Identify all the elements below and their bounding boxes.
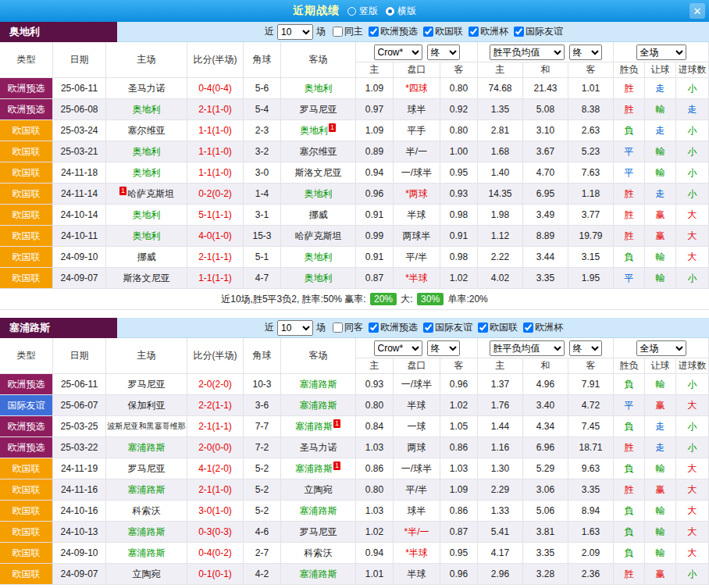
scope-select[interactable]: 全场 xyxy=(636,340,686,356)
handicap-line: 球半 xyxy=(394,501,440,522)
odds-away: 0.95 xyxy=(440,162,478,184)
filter-option[interactable]: 国际友谊 xyxy=(423,321,472,334)
match-date: 25-03-21 xyxy=(53,141,106,162)
wdl-outcome: 胜 xyxy=(614,564,645,585)
filter-checkbox[interactable] xyxy=(514,27,524,37)
odds-stage-select[interactable]: 终 xyxy=(427,340,460,356)
corner-count: 4-2 xyxy=(244,564,281,585)
corner-count: 3-1 xyxy=(244,205,281,226)
wdl-outcome: 胜 xyxy=(614,479,645,501)
filter-option[interactable]: 同客 xyxy=(333,321,363,334)
avg-away: 3.35 xyxy=(568,479,614,501)
filter-checkbox[interactable] xyxy=(523,323,533,333)
section-header: 奥地利近10场同主欧洲预选欧国联欧洲杯国际友谊 xyxy=(0,22,709,42)
filter-option[interactable]: 欧洲杯 xyxy=(523,321,563,334)
team-name-text: 斯洛文尼亚 xyxy=(123,272,170,285)
section-header: 塞浦路斯近10场同客欧洲预选国际友谊欧国联欧洲杯 xyxy=(0,318,709,338)
filter-option[interactable]: 欧国联 xyxy=(478,321,518,334)
goals-outcome: 小 xyxy=(676,416,709,437)
sub-header: 让球 xyxy=(645,62,676,78)
match-score: 4-1(2-0) xyxy=(187,458,244,479)
filter-checkbox[interactable] xyxy=(478,323,488,333)
filter-checkbox[interactable] xyxy=(423,27,433,37)
odds-stage-select[interactable]: 终 xyxy=(427,45,460,60)
avg-select[interactable]: 胜平负均值 xyxy=(490,340,565,356)
handicap-outcome: 輸 xyxy=(645,374,676,395)
team-name-text: 塞浦路斯 xyxy=(128,547,166,560)
handicap-line: 一/球半 xyxy=(394,458,440,479)
avg-away: 7.45 xyxy=(568,416,614,437)
recent-count-select[interactable]: 10 xyxy=(277,24,313,40)
filter-option[interactable]: 欧洲预选 xyxy=(369,25,418,38)
home-team: 奥地利 xyxy=(106,99,187,120)
team-name-text: 立陶宛 xyxy=(133,568,161,581)
avg-stage-select[interactable]: 终 xyxy=(569,340,602,356)
filter-checkbox[interactable] xyxy=(369,323,379,333)
avg-draw: 5.06 xyxy=(523,501,568,522)
home-team: 奥地利 xyxy=(106,226,187,247)
wdl-outcome: 負 xyxy=(614,543,645,564)
match-date: 24-09-10 xyxy=(53,247,106,268)
radio-checked-icon xyxy=(386,7,394,16)
odds-home: 1.09 xyxy=(356,120,394,141)
filter-option[interactable]: 欧洲杯 xyxy=(469,25,508,38)
home-team: 1哈萨克斯坦 xyxy=(106,184,187,205)
match-score: 2-1(1-1) xyxy=(187,416,244,437)
match-type-badge: 欧国联 xyxy=(0,141,53,162)
filter-checkbox[interactable] xyxy=(333,27,343,37)
corner-count: 15-3 xyxy=(244,226,281,247)
layout-radio-vertical[interactable]: 竖版 xyxy=(347,5,378,18)
filter-checkbox[interactable] xyxy=(333,323,343,333)
bookmaker-select[interactable]: Crow* xyxy=(374,45,422,60)
match-date: 25-06-11 xyxy=(53,374,106,395)
scope-select-group: 全场 xyxy=(614,338,709,358)
avg-home: 4.02 xyxy=(478,268,523,289)
match-date: 24-09-07 xyxy=(53,564,106,585)
avg-away: 18.71 xyxy=(568,437,614,458)
home-team: 塞浦路斯 xyxy=(106,479,187,501)
team-name-text: 挪威 xyxy=(137,251,156,264)
match-type-badge: 欧国联 xyxy=(0,120,53,141)
goals-outcome: 大 xyxy=(676,501,709,522)
avg-home: 2.81 xyxy=(478,120,523,141)
match-type-badge: 欧国联 xyxy=(0,268,53,289)
team-name-text: 奥地利 xyxy=(305,272,333,285)
filter-option[interactable]: 欧国联 xyxy=(423,25,463,38)
layout-radio-horizontal[interactable]: 横版 xyxy=(386,5,416,18)
bookmaker-select[interactable]: Crow* xyxy=(374,340,422,356)
filter-checkbox[interactable] xyxy=(469,27,479,37)
filter-option[interactable]: 同主 xyxy=(333,25,363,38)
recent-count-select[interactable]: 10 xyxy=(277,320,313,336)
home-team: 塞浦路斯 xyxy=(106,543,187,564)
handicap-line: 半球 xyxy=(394,205,440,226)
avg-select-group: 胜平负均值终 xyxy=(478,338,614,358)
wdl-outcome: 胜 xyxy=(614,184,645,205)
filter-option[interactable]: 国际友谊 xyxy=(514,25,563,38)
filter-checkbox[interactable] xyxy=(369,27,379,37)
close-icon[interactable]: ✕ xyxy=(689,3,705,19)
avg-select[interactable]: 胜平负均值 xyxy=(490,45,565,60)
handicap-outcome: 走 xyxy=(645,184,676,205)
avg-home: 1.12 xyxy=(478,226,523,247)
away-team: 奥地利 xyxy=(281,268,356,289)
team-name-text: 科索沃 xyxy=(305,547,333,560)
avg-draw: 3.28 xyxy=(523,564,568,585)
goals-outcome: 大 xyxy=(676,522,709,543)
avg-away: 2.36 xyxy=(568,564,614,585)
away-team: 塞浦路斯1 xyxy=(281,416,356,437)
handicap-outcome: 輸 xyxy=(645,543,676,564)
sub-header: 客 xyxy=(440,62,478,78)
wdl-outcome: 平 xyxy=(614,268,645,289)
odds-home: 0.91 xyxy=(356,205,394,226)
corner-count: 7-7 xyxy=(244,416,281,437)
filter-checkbox[interactable] xyxy=(423,323,433,333)
table-row: 欧国联24-09-10塞浦路斯0-4(0-2)2-7科索沃0.94*半球0.95… xyxy=(0,543,709,564)
table-row: 欧国联24-11-141哈萨克斯坦0-2(0-2)1-4奥地利0.96*两球0.… xyxy=(0,184,709,205)
goals-outcome: 小 xyxy=(676,184,709,205)
scope-select[interactable]: 全场 xyxy=(636,45,686,60)
avg-stage-select[interactable]: 终 xyxy=(569,45,602,60)
sub-header: 胜负 xyxy=(614,62,645,78)
odds-away: 0.96 xyxy=(440,374,478,395)
avg-draw: 6.96 xyxy=(523,437,568,458)
filter-option[interactable]: 欧洲预选 xyxy=(369,321,418,334)
